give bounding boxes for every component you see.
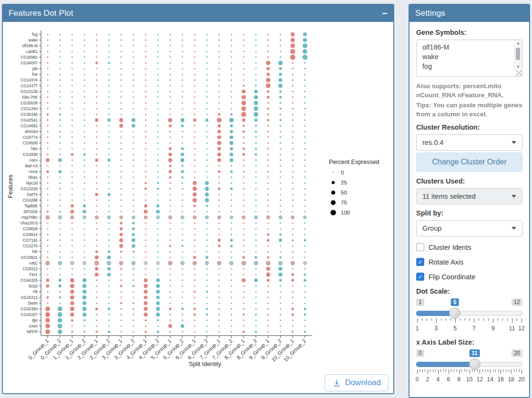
cluster-resolution-select[interactable]: res.0.4	[416, 134, 522, 151]
svg-text:CG9826: CG9826	[23, 226, 38, 231]
scroll-down-icon[interactable]: ▼	[514, 64, 522, 70]
dot-scale-slider[interactable]: 1 12 5 135791112	[416, 298, 522, 334]
change-cluster-order-button[interactable]: Change Cluster Order	[416, 153, 522, 172]
slider-tick-label: 1	[416, 325, 419, 332]
percent-expressed-legend: Percent Expressed0255075100	[329, 159, 379, 215]
split-by-select[interactable]: Group	[416, 220, 522, 236]
x-axis-label-size-slider[interactable]: 0 20 11 02468101214161820	[416, 349, 522, 385]
slider-tick-labels: 135791112	[417, 325, 522, 332]
plot-axes	[41, 31, 312, 336]
svg-text:CG44325: CG44325	[20, 278, 38, 283]
help-line-1: Also supports: percent.mito nCount_RNA n…	[416, 82, 522, 100]
checkbox-rotate-axis[interactable]: ✓ Rotate Axis	[416, 258, 522, 266]
checkbox-box[interactable]: ✓	[416, 273, 424, 281]
svg-text:GstT4: GstT4	[27, 192, 38, 197]
gene-symbols-value[interactable]: olf186-M wake fog	[417, 42, 514, 71]
svg-text:Ance: Ance	[29, 169, 38, 174]
svg-text:AstA: AstA	[29, 158, 38, 163]
slider-tick-label: 5	[453, 325, 457, 332]
svg-text:dmGlut: dmGlut	[25, 129, 38, 134]
slider-min-badge: 1	[416, 298, 424, 306]
svg-text:CG30340: CG30340	[20, 112, 38, 117]
dot-scale-label: Dot Scale:	[416, 287, 522, 295]
slider-handle[interactable]	[449, 307, 460, 319]
slider-max-badge: 12	[512, 298, 522, 306]
slider-tick-label: 8	[457, 376, 460, 383]
settings-panel: Settings Gene Symbols: olf186-M wake fog…	[409, 4, 530, 398]
x-axis-label-size-label: x Axis Label Size:	[416, 338, 522, 346]
axis-titles: FeaturesSplit Identity	[7, 174, 222, 367]
svg-text:CG4288: CG4288	[23, 198, 38, 203]
checkbox-box[interactable]	[416, 243, 424, 251]
slider-tick-label: 4	[436, 376, 440, 383]
checkbox-cluster-idents[interactable]: Cluster Idents	[416, 243, 522, 251]
gene-symbols-scrollbar[interactable]: ▲ ▼	[514, 40, 522, 71]
svg-text:CG10621: CG10621	[20, 255, 38, 260]
svg-text:fne: fne	[32, 72, 38, 77]
cluster-resolution-label: Cluster Resolution:	[416, 123, 522, 131]
svg-text:CG14662: CG14662	[20, 123, 38, 128]
svg-text:Npc2d: Npc2d	[26, 181, 38, 185]
svg-text:olf186-M: olf186-M	[22, 43, 38, 48]
clusters-used-label: Clusters Used:	[416, 177, 522, 185]
svg-text:CG14377: CG14377	[20, 83, 38, 88]
scroll-up-icon[interactable]: ▲	[514, 41, 522, 46]
svg-text:CG9500: CG9500	[23, 141, 38, 145]
svg-text:Hk: Hk	[33, 289, 38, 294]
svg-text:CG3270: CG3270	[23, 244, 38, 248]
slider-tick-label: 20	[518, 376, 524, 383]
clusters-used-value: 11 items selected	[422, 193, 476, 200]
dot-plot-canvas: fogwakeolf186-MLanB1CG32982CG34007jebfne…	[3, 22, 393, 394]
svg-text:CG9312: CG9312	[23, 266, 38, 271]
svg-text:hth: hth	[32, 249, 38, 254]
checkbox-label: Flip Coordinate	[429, 273, 475, 281]
clusters-used-select[interactable]: 11 items selected	[416, 188, 522, 204]
slider-tick-label: 12	[477, 376, 483, 383]
gene-symbols-help: Also supports: percent.mito nCount_RNA n…	[416, 82, 522, 119]
svg-text:CG8774: CG8774	[23, 135, 38, 140]
svg-text:CG34007: CG34007	[20, 61, 38, 65]
download-icon	[332, 378, 341, 388]
slider-max-badge: 20	[512, 349, 522, 357]
svg-text:Nha1: Nha1	[28, 175, 38, 180]
slider-tick-label: 11	[509, 325, 515, 332]
slider-tick-label: 6	[447, 376, 450, 383]
slider-tick-label: 18	[508, 376, 514, 383]
svg-text:CG14374: CG14374	[20, 78, 38, 82]
svg-text:Features: Features	[7, 174, 14, 198]
svg-text:CG33639: CG33639	[20, 101, 38, 105]
svg-text:CG15312: CG15312	[20, 295, 38, 300]
svg-text:exex: exex	[29, 324, 38, 328]
svg-text:CG42541: CG42541	[20, 118, 38, 122]
page: Features Dot Plot − fogwakeolf186-MLanB1…	[0, 0, 532, 398]
checkbox-flip-coordinate[interactable]: ✓ Flip Coordinate	[416, 273, 522, 281]
svg-text:50: 50	[341, 190, 347, 195]
slider-handle[interactable]	[469, 358, 481, 370]
slider-tick-label: 12	[518, 325, 524, 332]
svg-text:Mal-A3: Mal-A3	[25, 163, 38, 168]
slider-ruler	[417, 318, 522, 323]
gene-symbols-input[interactable]: olf186-M wake fog ▲ ▼	[416, 40, 522, 77]
slider-value-badge: 11	[469, 349, 480, 357]
checkbox-box[interactable]: ✓	[416, 258, 424, 266]
svg-text:jeb: jeb	[32, 66, 38, 71]
plot-panel-title: Features Dot Plot	[9, 9, 73, 18]
split-by-value: Group	[422, 225, 441, 232]
minimize-icon[interactable]: −	[382, 9, 388, 18]
svg-text:Split Identity: Split Identity	[189, 361, 222, 367]
slider-value-badge: 5	[451, 298, 459, 306]
settings-body: Gene Symbols: olf186-M wake fog ▲ ▼ Also…	[409, 22, 529, 392]
svg-text:wake: wake	[28, 38, 38, 42]
svg-text:Scp2: Scp2	[29, 284, 38, 288]
features-dot-plot-panel: Features Dot Plot − fogwakeolf186-MLanB1…	[2, 4, 394, 394]
slider-tick-label: 10	[466, 376, 472, 383]
download-button[interactable]: Download	[325, 374, 389, 391]
scrollbar-thumb[interactable]	[516, 48, 520, 60]
slider-tick-label: 2	[426, 376, 430, 383]
slider-tick-label: 3	[434, 325, 438, 332]
resize-grip-icon[interactable]	[516, 71, 522, 76]
download-label: Download	[345, 378, 381, 388]
x-axis-labels: 0_Group_10_Group_21_Group_11_Group_22_Gr…	[27, 336, 307, 363]
svg-text:CG42394: CG42394	[20, 306, 38, 311]
svg-text:CG13135: CG13135	[20, 89, 38, 94]
